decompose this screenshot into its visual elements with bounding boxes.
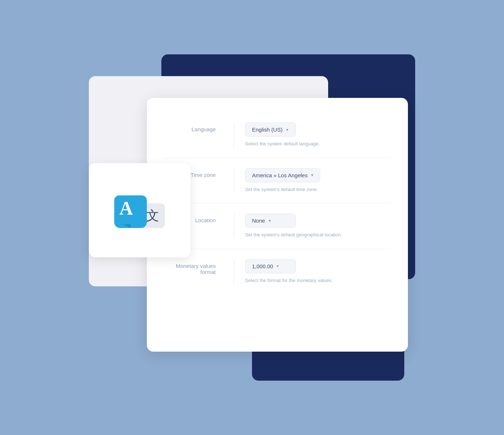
- location-content: None ▾ Set the system's default geograph…: [245, 214, 390, 239]
- location-divider: [234, 214, 234, 239]
- language-description: Select the system default language.: [245, 140, 390, 148]
- language-label: Language: [165, 123, 223, 132]
- timezone-value: America » Los Angeles: [252, 172, 307, 178]
- location-value: None: [252, 218, 265, 224]
- monetary-label: Monetary values format: [165, 259, 223, 275]
- monetary-divider: [234, 259, 234, 284]
- location-row: Location None ▾ Set the system's default…: [165, 203, 390, 249]
- language-row: Language English (US) ▾ Select the syste…: [165, 112, 390, 158]
- translation-icon-card: A 文: [89, 163, 190, 257]
- language-value: English (US): [252, 127, 282, 133]
- timezone-dropdown-arrow: ▾: [311, 173, 313, 178]
- location-dropdown-arrow: ▾: [269, 218, 271, 223]
- timezone-row: Time zone America » Los Angeles ▾ Set th…: [165, 158, 390, 204]
- scene-container: Language English (US) ▾ Select the syste…: [89, 54, 415, 381]
- location-description: Set the system's default geographical lo…: [245, 231, 390, 239]
- translate-primary-char: A: [119, 199, 133, 218]
- monetary-row: Monetary values format 1,000.00 ▾ Select…: [165, 249, 390, 294]
- location-dropdown[interactable]: None ▾: [245, 214, 296, 228]
- monetary-description: Select the format for the monetary value…: [245, 277, 390, 284]
- translate-icon-composite: A 文: [114, 192, 165, 228]
- monetary-content: 1,000.00 ▾ Select the format for the mon…: [245, 259, 390, 284]
- timezone-dropdown[interactable]: America » Los Angeles ▾: [245, 168, 320, 182]
- svg-marker-1: [123, 224, 131, 228]
- translate-primary-block: A: [114, 195, 147, 228]
- monetary-value: 1,000.00: [252, 263, 273, 269]
- translate-secondary-char: 文: [146, 207, 159, 225]
- timezone-description: Set the system's default time zone.: [245, 186, 390, 193]
- language-dropdown[interactable]: English (US) ▾: [245, 123, 296, 137]
- timezone-content: America » Los Angeles ▾ Set the system's…: [245, 168, 390, 193]
- language-dropdown-arrow: ▾: [286, 127, 288, 132]
- monetary-dropdown-arrow: ▾: [277, 264, 279, 269]
- monetary-dropdown[interactable]: 1,000.00 ▾: [245, 259, 296, 273]
- language-content: English (US) ▾ Select the system default…: [245, 123, 390, 148]
- timezone-divider: [234, 168, 234, 193]
- language-divider: [234, 123, 234, 148]
